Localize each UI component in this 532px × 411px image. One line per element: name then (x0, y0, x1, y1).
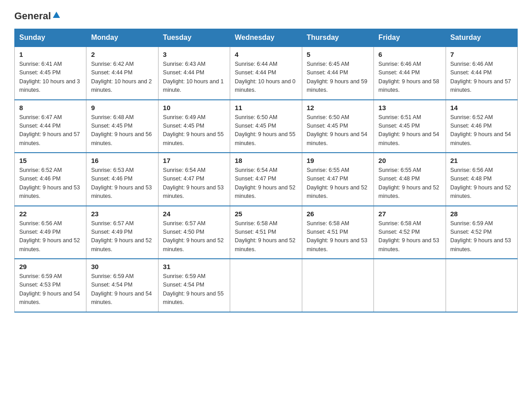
calendar-cell: 16 Sunrise: 6:53 AMSunset: 4:46 PMDaylig… (86, 153, 158, 206)
day-info: Sunrise: 6:58 AMSunset: 4:51 PMDaylight:… (307, 219, 369, 254)
day-number: 31 (163, 263, 225, 270)
day-info: Sunrise: 6:46 AMSunset: 4:44 PMDaylight:… (450, 60, 513, 95)
calendar-day-header: Sunday (15, 29, 86, 47)
day-number: 14 (450, 104, 513, 111)
calendar-week-row: 1 Sunrise: 6:41 AMSunset: 4:45 PMDayligh… (15, 47, 518, 100)
calendar-cell (230, 259, 302, 312)
day-info: Sunrise: 6:41 AMSunset: 4:45 PMDaylight:… (19, 60, 82, 95)
calendar-cell: 9 Sunrise: 6:48 AMSunset: 4:45 PMDayligh… (86, 100, 158, 153)
logo-triangle-icon (52, 11, 60, 21)
calendar-day-header: Saturday (446, 29, 517, 47)
calendar-week-row: 22 Sunrise: 6:56 AMSunset: 4:49 PMDaylig… (15, 206, 518, 259)
calendar-cell: 7 Sunrise: 6:46 AMSunset: 4:44 PMDayligh… (446, 47, 517, 100)
calendar-cell: 1 Sunrise: 6:41 AMSunset: 4:45 PMDayligh… (15, 47, 86, 100)
day-number: 30 (91, 263, 153, 270)
calendar-cell: 10 Sunrise: 6:49 AMSunset: 4:45 PMDaylig… (158, 100, 230, 153)
day-number: 10 (163, 104, 225, 111)
day-info: Sunrise: 6:51 AMSunset: 4:45 PMDaylight:… (378, 113, 441, 148)
day-info: Sunrise: 6:59 AMSunset: 4:54 PMDaylight:… (163, 272, 225, 307)
calendar-cell: 11 Sunrise: 6:50 AMSunset: 4:45 PMDaylig… (230, 100, 302, 153)
calendar-cell: 8 Sunrise: 6:47 AMSunset: 4:44 PMDayligh… (15, 100, 86, 153)
day-info: Sunrise: 6:52 AMSunset: 4:46 PMDaylight:… (19, 166, 82, 201)
calendar-week-row: 8 Sunrise: 6:47 AMSunset: 4:44 PMDayligh… (15, 100, 518, 153)
calendar-cell: 17 Sunrise: 6:54 AMSunset: 4:47 PMDaylig… (158, 153, 230, 206)
day-info: Sunrise: 6:52 AMSunset: 4:46 PMDaylight:… (450, 113, 513, 148)
day-number: 18 (235, 157, 297, 164)
calendar-cell: 19 Sunrise: 6:55 AMSunset: 4:47 PMDaylig… (302, 153, 373, 206)
day-number: 24 (163, 210, 225, 218)
calendar-cell: 12 Sunrise: 6:50 AMSunset: 4:45 PMDaylig… (302, 100, 373, 153)
calendar-cell: 30 Sunrise: 6:59 AMSunset: 4:54 PMDaylig… (86, 259, 158, 312)
day-info: Sunrise: 6:44 AMSunset: 4:44 PMDaylight:… (235, 60, 297, 95)
day-number: 11 (235, 104, 297, 111)
calendar-cell (302, 259, 373, 312)
day-number: 4 (235, 51, 297, 58)
day-info: Sunrise: 6:50 AMSunset: 4:45 PMDaylight:… (307, 113, 369, 148)
day-number: 17 (163, 157, 225, 164)
calendar-cell: 5 Sunrise: 6:45 AMSunset: 4:44 PMDayligh… (302, 47, 373, 100)
day-info: Sunrise: 6:53 AMSunset: 4:46 PMDaylight:… (91, 166, 153, 201)
day-info: Sunrise: 6:45 AMSunset: 4:44 PMDaylight:… (307, 60, 369, 95)
calendar-cell: 14 Sunrise: 6:52 AMSunset: 4:46 PMDaylig… (446, 100, 517, 153)
calendar-cell: 28 Sunrise: 6:59 AMSunset: 4:52 PMDaylig… (446, 206, 517, 259)
day-number: 19 (307, 157, 369, 164)
day-number: 6 (378, 51, 441, 58)
calendar-cell: 3 Sunrise: 6:43 AMSunset: 4:44 PMDayligh… (158, 47, 230, 100)
day-info: Sunrise: 6:54 AMSunset: 4:47 PMDaylight:… (163, 166, 225, 201)
logo: General (14, 11, 60, 21)
day-number: 22 (19, 210, 82, 218)
calendar-cell: 2 Sunrise: 6:42 AMSunset: 4:44 PMDayligh… (86, 47, 158, 100)
day-number: 5 (307, 51, 369, 58)
svg-marker-0 (53, 12, 60, 18)
day-info: Sunrise: 6:59 AMSunset: 4:52 PMDaylight:… (450, 219, 513, 254)
calendar-cell: 18 Sunrise: 6:54 AMSunset: 4:47 PMDaylig… (230, 153, 302, 206)
calendar-cell: 25 Sunrise: 6:58 AMSunset: 4:51 PMDaylig… (230, 206, 302, 259)
day-number: 16 (91, 157, 153, 164)
day-info: Sunrise: 6:47 AMSunset: 4:44 PMDaylight:… (19, 113, 82, 148)
day-number: 20 (378, 157, 441, 164)
day-info: Sunrise: 6:54 AMSunset: 4:47 PMDaylight:… (235, 166, 297, 201)
day-number: 13 (378, 104, 441, 111)
day-number: 25 (235, 210, 297, 218)
day-info: Sunrise: 6:46 AMSunset: 4:44 PMDaylight:… (378, 60, 441, 95)
calendar-cell: 22 Sunrise: 6:56 AMSunset: 4:49 PMDaylig… (15, 206, 86, 259)
day-number: 7 (450, 51, 513, 58)
day-number: 26 (307, 210, 369, 218)
day-number: 2 (91, 51, 153, 58)
calendar-cell: 24 Sunrise: 6:57 AMSunset: 4:50 PMDaylig… (158, 206, 230, 259)
page-header: General (14, 11, 518, 21)
day-info: Sunrise: 6:49 AMSunset: 4:45 PMDaylight:… (163, 113, 225, 148)
calendar-cell: 15 Sunrise: 6:52 AMSunset: 4:46 PMDaylig… (15, 153, 86, 206)
day-number: 27 (378, 210, 441, 218)
calendar-cell: 26 Sunrise: 6:58 AMSunset: 4:51 PMDaylig… (302, 206, 373, 259)
day-info: Sunrise: 6:59 AMSunset: 4:53 PMDaylight:… (19, 272, 82, 307)
calendar-body: 1 Sunrise: 6:41 AMSunset: 4:45 PMDayligh… (15, 47, 518, 312)
calendar-cell (446, 259, 517, 312)
calendar-cell: 31 Sunrise: 6:59 AMSunset: 4:54 PMDaylig… (158, 259, 230, 312)
day-info: Sunrise: 6:55 AMSunset: 4:48 PMDaylight:… (378, 166, 441, 201)
calendar-day-header: Monday (86, 29, 158, 47)
day-number: 15 (19, 157, 82, 164)
calendar-week-row: 15 Sunrise: 6:52 AMSunset: 4:46 PMDaylig… (15, 153, 518, 206)
day-number: 3 (163, 51, 225, 58)
day-number: 9 (91, 104, 153, 111)
calendar-header: SundayMondayTuesdayWednesdayThursdayFrid… (15, 29, 518, 47)
day-number: 21 (450, 157, 513, 164)
day-number: 8 (19, 104, 82, 111)
calendar-header-row: SundayMondayTuesdayWednesdayThursdayFrid… (15, 29, 518, 47)
day-number: 23 (91, 210, 153, 218)
calendar-cell: 13 Sunrise: 6:51 AMSunset: 4:45 PMDaylig… (374, 100, 446, 153)
day-info: Sunrise: 6:50 AMSunset: 4:45 PMDaylight:… (235, 113, 297, 148)
day-info: Sunrise: 6:48 AMSunset: 4:45 PMDaylight:… (91, 113, 153, 148)
day-number: 28 (450, 210, 513, 218)
day-info: Sunrise: 6:57 AMSunset: 4:49 PMDaylight:… (91, 219, 153, 254)
calendar-day-header: Wednesday (230, 29, 302, 47)
day-info: Sunrise: 6:56 AMSunset: 4:49 PMDaylight:… (19, 219, 82, 254)
calendar-day-header: Friday (374, 29, 446, 47)
calendar-cell: 6 Sunrise: 6:46 AMSunset: 4:44 PMDayligh… (374, 47, 446, 100)
day-info: Sunrise: 6:42 AMSunset: 4:44 PMDaylight:… (91, 60, 153, 95)
day-number: 12 (307, 104, 369, 111)
calendar-cell: 23 Sunrise: 6:57 AMSunset: 4:49 PMDaylig… (86, 206, 158, 259)
day-info: Sunrise: 6:59 AMSunset: 4:54 PMDaylight:… (91, 272, 153, 307)
calendar-cell: 21 Sunrise: 6:56 AMSunset: 4:48 PMDaylig… (446, 153, 517, 206)
